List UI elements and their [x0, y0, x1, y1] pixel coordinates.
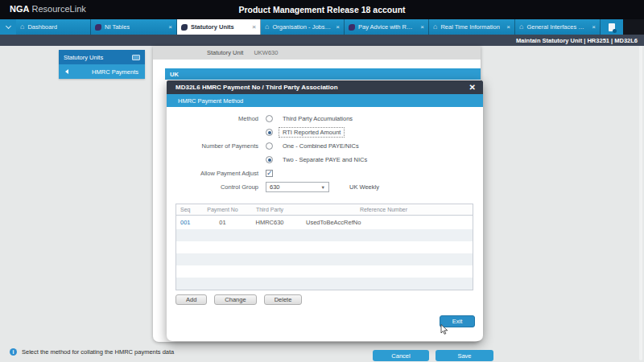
uk-section-header[interactable]: UK — [165, 68, 481, 80]
payments-table: Seq Payment No Third Party Reference Num… — [175, 204, 473, 290]
table-empty-row — [176, 241, 473, 253]
cell-reference-number: UsedToBeAccRefNo — [295, 219, 473, 226]
dropdown-arrow-icon: ▼ — [321, 185, 325, 190]
payments-option-label[interactable]: One - Combined PAYE/NICs — [283, 142, 359, 150]
delete-button[interactable]: Delete — [264, 294, 303, 305]
tab-pay-advice[interactable]: Pay Advice with Re-Calc. × — [345, 19, 429, 35]
table-empty-row — [176, 265, 473, 278]
method-label: Method — [167, 115, 266, 122]
tab-close-icon[interactable]: × — [331, 23, 340, 31]
modal-title: MD32L6 HMRC Payment No / Third Party Ass… — [175, 84, 338, 91]
tab-label: General Interfaces & Rpt: — [526, 23, 587, 31]
new-tab-button[interactable] — [601, 19, 623, 35]
tab-dashboard[interactable]: ⌂ Dashboard — [16, 19, 91, 35]
uk-section-label: UK — [170, 71, 179, 78]
column-header-reference-number: Reference Number — [295, 207, 473, 212]
status-message: i Select the method for collating the HM… — [10, 348, 174, 356]
tab-close-icon[interactable]: × — [247, 23, 256, 31]
sidebar-header[interactable]: Statutory Units — [59, 50, 145, 64]
table-empty-row — [176, 229, 473, 241]
environment-title: Product Management Release 18 account — [0, 5, 644, 14]
tab-label: Real Time Information — [440, 23, 499, 31]
table-row[interactable]: 001 01 HMRC630 UsedToBeAccRefNo — [176, 216, 473, 229]
column-header-payment-no: Payment No — [200, 207, 245, 212]
sidebar-item-hmrc-payments[interactable]: HMRC Payments — [59, 64, 145, 79]
modal-title-bar: MD32L6 HMRC Payment No / Third Party Ass… — [167, 80, 483, 94]
top-bar: NGA ResourceLink Product Management Rele… — [0, 0, 644, 19]
control-group-label: Control Group — [167, 183, 266, 191]
tab-bar: ⌂ Dashboard NI Tables × Statutory Units … — [0, 19, 644, 35]
tab-ni-tables[interactable]: NI Tables × — [91, 19, 177, 35]
sidebar-item-label: HMRC Payments — [92, 68, 138, 76]
method-option-label[interactable]: RTI Reported Amount — [279, 127, 345, 138]
cancel-button[interactable]: Cancel — [373, 350, 429, 361]
table-empty-row — [176, 253, 473, 265]
app-window: NGA ResourceLink Product Management Rele… — [0, 0, 644, 362]
new-page-icon — [609, 23, 615, 31]
home-icon: ⌂ — [433, 23, 437, 31]
control-group-value: 630 — [270, 183, 280, 191]
change-button[interactable]: Change — [214, 294, 256, 305]
modal-section-header: HMRC Payment Method — [167, 94, 483, 107]
radio-one-combined-paye-nics[interactable] — [266, 142, 273, 150]
payments-option-label[interactable]: Two - Separate PAYE and NICs — [283, 156, 367, 163]
module-icon — [181, 24, 188, 31]
tab-label: Statutory Units — [191, 23, 234, 31]
radio-two-separate-paye-nics[interactable] — [266, 156, 273, 163]
save-button[interactable]: Save — [436, 350, 493, 361]
sidebar-header-label: Statutory Units — [64, 54, 103, 61]
chevron-down-icon — [5, 23, 10, 29]
context-bar: Maintain Statutory Unit | HR3251 | MD32L… — [0, 35, 644, 46]
tab-label: Pay Advice with Re-Calc. — [358, 23, 415, 31]
tab-label: NI Tables — [105, 23, 130, 31]
tab-general-interfaces[interactable]: ⌂ General Interfaces & Rpt: × — [515, 19, 601, 35]
control-group-description: UK Weekly — [349, 183, 379, 191]
tab-label: Organisation - Jobs/Post: — [272, 23, 331, 31]
info-icon: i — [10, 348, 17, 356]
breadcrumb: Maintain Statutory Unit | HR3251 | MD32L… — [516, 37, 638, 44]
status-text: Select the method for collating the HMRC… — [22, 348, 174, 356]
monitor-icon — [132, 55, 140, 60]
cell-payment-no: 01 — [200, 219, 245, 226]
add-button[interactable]: Add — [175, 294, 207, 305]
tab-scroll-button[interactable] — [0, 19, 16, 35]
hmrc-payment-modal: MD32L6 HMRC Payment No / Third Party Ass… — [167, 80, 483, 341]
tab-statutory-units[interactable]: Statutory Units × — [177, 19, 261, 35]
modal-close-icon[interactable]: ✕ — [469, 84, 476, 92]
scrollbar[interactable] — [639, 46, 642, 360]
tab-label: Dashboard — [27, 23, 57, 31]
home-icon: ⌂ — [20, 23, 24, 31]
tab-close-icon[interactable]: × — [587, 23, 596, 31]
tab-close-icon[interactable]: × — [502, 23, 510, 31]
collapse-arrow-icon — [65, 69, 68, 74]
panel-header: Statutory Unit UKW630 — [153, 46, 481, 60]
method-option-label[interactable]: Third Party Accumulations — [283, 115, 353, 122]
module-icon — [95, 24, 101, 31]
tab-close-icon[interactable]: × — [163, 23, 172, 31]
column-header-third-party: Third Party — [245, 207, 295, 212]
control-group-select[interactable]: 630 ▼ — [266, 182, 329, 192]
radio-rti-reported-amount[interactable] — [266, 129, 273, 136]
allow-payment-adjust-checkbox[interactable] — [266, 170, 273, 177]
sidebar: Statutory Units HMRC Payments — [59, 50, 145, 79]
number-of-payments-label: Number of Payments — [167, 142, 266, 150]
hmrc-payment-form: Method Third Party Accumulations RTI Rep… — [167, 107, 483, 194]
cell-third-party: HMRC630 — [245, 219, 295, 226]
tab-close-icon[interactable]: × — [415, 23, 424, 31]
modal-section-label: HMRC Payment Method — [178, 97, 243, 105]
cursor-icon — [440, 324, 449, 335]
radio-third-party-accumulations[interactable] — [266, 115, 273, 122]
home-icon: ⌂ — [265, 23, 269, 31]
tab-bar-filler — [623, 19, 644, 35]
column-header-seq: Seq — [176, 207, 200, 212]
table-header-row: Seq Payment No Third Party Reference Num… — [176, 204, 473, 216]
table-empty-row — [176, 278, 473, 290]
tab-real-time-information[interactable]: ⌂ Real Time Information × — [429, 19, 515, 35]
tab-organisation-jobs-post[interactable]: ⌂ Organisation - Jobs/Post: × — [261, 19, 345, 35]
table-action-buttons: Add Change Delete — [175, 294, 483, 305]
statutory-unit-label: Statutory Unit — [207, 49, 243, 56]
cell-seq[interactable]: 001 — [176, 219, 200, 226]
module-icon — [349, 24, 355, 31]
statutory-unit-value: UKW630 — [254, 49, 278, 56]
allow-payment-adjust-label: Allow Payment Adjust — [167, 170, 266, 177]
